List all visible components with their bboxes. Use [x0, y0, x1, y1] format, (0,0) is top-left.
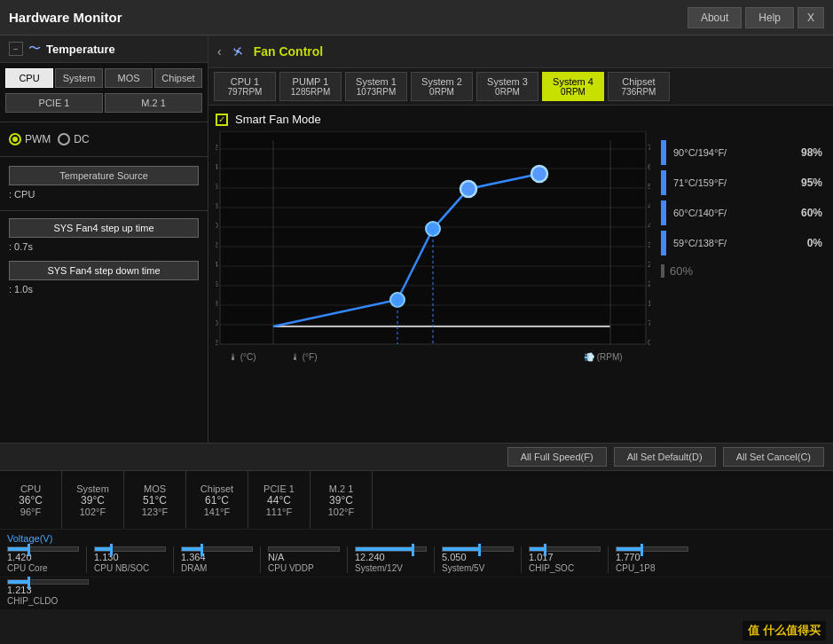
action-bar: All Full Speed(F) All Set Default(D) All… [0, 443, 833, 471]
temp-legend: 90°C/194°F/ 98% 71°C/159°F/ 95% 60°C/140… [657, 131, 826, 436]
fan-tab-sys2[interactable]: System 2 0RPM [411, 72, 473, 101]
voltage-vddp-track [268, 546, 340, 552]
svg-text:4200: 4200 [648, 221, 650, 230]
voltage-sys5v: 5.050 System/5V [442, 546, 522, 573]
legend-temp-1: 90°C/194°F/ [673, 147, 801, 158]
fan-icon [227, 41, 248, 62]
voltage-sys5v-name: System/5V [442, 563, 484, 573]
tab-chipset[interactable]: Chipset [154, 68, 202, 88]
tab-pcie1[interactable]: PCIE 1 [5, 93, 103, 113]
step-up-value: : 0.7s [0, 240, 208, 257]
fan-tab-sys4[interactable]: System 4 0RPM [542, 72, 604, 101]
pwm-label: PWM [25, 133, 51, 145]
legend-row-1: 90°C/194°F/ 98% [661, 140, 822, 165]
voltage-sys12v-slider [355, 546, 427, 552]
legend-row-2: 71°C/159°F/ 95% [661, 170, 822, 195]
smart-fan-checkbox[interactable] [216, 114, 228, 126]
mode-row: PWM DC [0, 126, 208, 153]
voltage-sys5v-fill [443, 547, 478, 551]
voltage-cpu-core-fill [8, 547, 28, 551]
svg-text:30/86: 30/86 [216, 279, 218, 288]
watermark-text: 值 什么值得买 [748, 624, 821, 637]
voltage-cpu-nb-track [94, 546, 166, 552]
voltage-label: Voltage(V) [7, 533, 826, 544]
main-content: − 〜 Temperature CPU System MOS Chipset P… [0, 35, 833, 443]
svg-text:2800: 2800 [648, 260, 650, 269]
tab-system[interactable]: System [55, 68, 103, 88]
help-button[interactable]: Help [745, 7, 794, 28]
divider2 [0, 156, 208, 157]
legend-bar-3 [661, 200, 666, 225]
tab-m21[interactable]: M.2 1 [105, 93, 202, 113]
svg-text:6300: 6300 [648, 162, 650, 171]
dc-radio[interactable]: DC [58, 133, 89, 145]
voltage-vddp-slider [268, 546, 340, 552]
voltage-cpu-core-track [7, 546, 79, 552]
cancel-button[interactable]: All Set Cancel(C) [723, 447, 824, 467]
tab-cpu[interactable]: CPU [5, 68, 53, 88]
fan-tab-chipset[interactable]: Chipset 736RPM [608, 72, 670, 101]
chart-area: Smart Fan Mode [208, 106, 833, 443]
chart-container: 0/32 10/50 20/68 30/86 40/104 50/122 60/… [216, 131, 826, 436]
fan-tab-sys1[interactable]: System 1 1073RPM [345, 72, 407, 101]
legend-temp-3: 60°C/140°F/ [673, 208, 801, 218]
close-button[interactable]: X [798, 7, 824, 28]
legend-pct-3: 60% [801, 207, 822, 219]
svg-text:0/32: 0/32 [216, 338, 218, 347]
status-mos-f: 123°F [142, 507, 168, 517]
status-pcie1-c: 44°C [267, 494, 291, 507]
fan-nav-prev[interactable]: ‹ [217, 44, 222, 59]
fan-tab-cpu1[interactable]: CPU 1 797RPM [214, 72, 276, 101]
temperature-source-value: : CPU [0, 187, 208, 207]
step-down-button[interactable]: SYS Fan4 step down time [9, 261, 199, 280]
voltage-dram-handle [200, 544, 203, 556]
voltage-cpu-core-handle [28, 544, 30, 556]
voltage-cpu-nb-fill [95, 547, 110, 551]
status-pcie1-label: PCIE 1 [263, 483, 295, 494]
fan-tab-sys3[interactable]: System 3 0RPM [476, 72, 538, 101]
set-default-button[interactable]: All Set Default(D) [614, 447, 716, 467]
left-panel: − 〜 Temperature CPU System MOS Chipset P… [0, 35, 208, 443]
collapse-button[interactable]: − [9, 42, 23, 56]
step-up-button[interactable]: SYS Fan4 step up time [9, 218, 199, 238]
voltage-dram-name: DRAM [181, 563, 207, 573]
legend-row-4: 59°C/138°F/ 0% [661, 231, 822, 255]
legend-pct-1: 98% [801, 146, 822, 159]
fan-tab-sys4-label: System 4 [553, 76, 593, 87]
status-pcie1: PCIE 1 44°C 111°F [248, 471, 310, 529]
fan-tab-sys3-label: System 3 [487, 76, 528, 87]
voltage-cpu-nb-name: CPU NB/SOC [94, 563, 149, 573]
status-system-c: 39°C [81, 494, 105, 507]
legend-pct-4: 0% [807, 237, 822, 249]
fan-chart[interactable]: 0/32 10/50 20/68 30/86 40/104 50/122 60/… [216, 131, 650, 362]
svg-text:50/122: 50/122 [216, 240, 218, 249]
fan-tab-sys4-rpm: 0RPM [552, 87, 594, 97]
voltage-chip-soc-val: 1.017 [529, 552, 554, 562]
temperature-title: Temperature [46, 43, 115, 56]
status-m21-label: M.2 1 [329, 483, 354, 494]
full-speed-button[interactable]: All Full Speed(F) [507, 447, 607, 467]
voltage-chip-cldo-handle [28, 577, 30, 589]
tab-mos[interactable]: MOS [105, 68, 153, 88]
voltage-sys5v-slider [442, 546, 514, 552]
voltage-items: 1.420 CPU Core 1.130 CPU NB/SOC 1.364 DR [7, 546, 826, 573]
pwm-radio[interactable]: PWM [9, 133, 51, 145]
svg-text:60/140: 60/140 [216, 221, 218, 230]
fan-tab-pump1[interactable]: PUMP 1 1285RPM [279, 72, 342, 101]
voltage-chip-soc: 1.017 CHIP_SOC [529, 546, 609, 573]
voltage-sys12v-fill [356, 547, 412, 551]
svg-text:70/158: 70/158 [216, 201, 218, 210]
voltage-cpu-nb-slider [94, 546, 166, 552]
temperature-source-button[interactable]: Temperature Source [9, 166, 199, 185]
gray-pct: 60% [670, 264, 693, 278]
fan-control-title: Fan Control [254, 44, 324, 59]
svg-text:🌡 (°C): 🌡 (°C) [229, 352, 256, 362]
about-button[interactable]: About [688, 7, 742, 28]
divider3 [0, 210, 208, 211]
legend-bar-4 [661, 231, 666, 255]
fan-tab-sys1-label: System 1 [356, 76, 397, 87]
status-cpu-c: 36°C [19, 494, 43, 507]
svg-point-39 [460, 181, 476, 197]
svg-text:40/104: 40/104 [216, 260, 218, 269]
status-cpu: CPU 36°C 96°F [0, 471, 62, 529]
